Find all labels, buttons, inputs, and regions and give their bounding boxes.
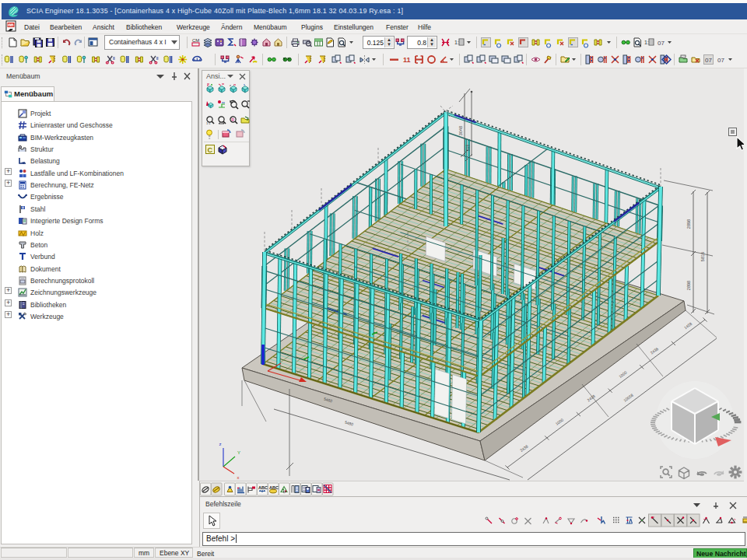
svg-text:1000: 1000 xyxy=(555,417,565,426)
svg-text:1000: 1000 xyxy=(618,370,628,380)
svg-text:1:: 1: xyxy=(454,40,459,45)
svg-text:5480: 5480 xyxy=(344,420,354,427)
svg-text:07: 07 xyxy=(717,57,724,64)
svg-text:615: 615 xyxy=(465,145,470,152)
svg-text:z: z xyxy=(230,83,231,87)
svg-text:R: R xyxy=(232,117,235,122)
svg-text:C: C xyxy=(208,146,213,154)
svg-text:ABC: ABC xyxy=(269,485,279,490)
svg-text:2898: 2898 xyxy=(686,281,691,290)
svg-text:5816: 5816 xyxy=(700,252,705,261)
svg-text:2438: 2438 xyxy=(586,394,596,403)
svg-text:1:: 1: xyxy=(644,40,649,45)
svg-text:2436: 2436 xyxy=(519,444,529,453)
svg-text:1:1: 1:1 xyxy=(206,121,211,125)
svg-text:07: 07 xyxy=(705,57,712,64)
svg-text:Y: Y xyxy=(237,450,240,455)
svg-text:x: x xyxy=(237,475,240,480)
svg-text:2436: 2436 xyxy=(650,346,660,355)
svg-text:2898: 2898 xyxy=(686,219,691,229)
svg-text:CM: CM xyxy=(192,38,199,43)
svg-text:ABC: ABC xyxy=(258,485,268,490)
svg-text:07: 07 xyxy=(658,40,665,47)
svg-text:3048: 3048 xyxy=(458,126,463,135)
svg-text:11: 11 xyxy=(403,56,411,64)
svg-text:z: z xyxy=(219,442,222,446)
svg-text:1458: 1458 xyxy=(683,321,693,331)
